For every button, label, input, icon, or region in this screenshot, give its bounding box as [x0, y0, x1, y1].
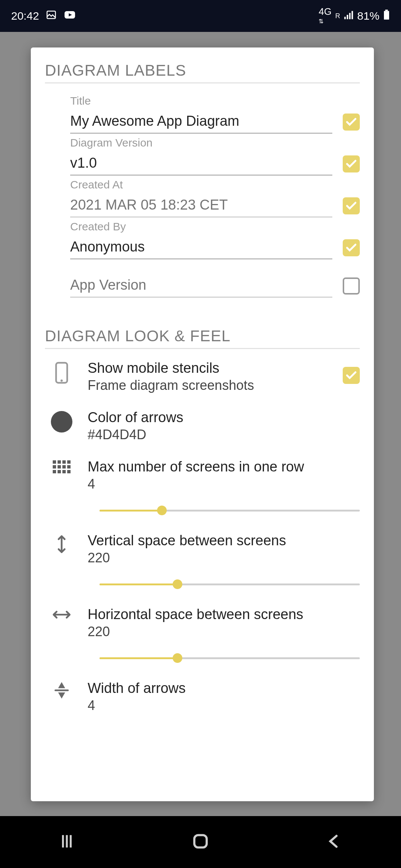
recents-button[interactable]	[58, 832, 76, 852]
grid-icon	[53, 460, 71, 473]
stencils-row[interactable]: Show mobile stencils Frame diagram scree…	[45, 360, 360, 393]
svg-rect-7	[384, 11, 389, 19]
stencils-title: Show mobile stencils	[88, 360, 328, 376]
createdby-checkbox[interactable]	[343, 239, 360, 256]
youtube-icon	[63, 9, 76, 24]
maxscreens-title: Max number of screens in one row	[88, 459, 360, 475]
signal-icon	[344, 10, 353, 22]
stencils-checkbox[interactable]	[343, 367, 360, 384]
arrow-width-icon	[53, 682, 70, 700]
title-input[interactable]	[70, 109, 332, 134]
svg-point-9	[61, 379, 63, 382]
appversion-checkbox[interactable]	[343, 277, 360, 295]
version-label: Diagram Version	[70, 137, 332, 149]
status-bar: 20:42 4G⇅ R 81%	[0, 0, 401, 32]
arrowwidth-title: Width of arrows	[88, 680, 360, 696]
createdby-label: Created By	[70, 220, 332, 233]
createdby-input[interactable]	[70, 235, 332, 259]
back-button[interactable]	[325, 832, 343, 852]
vertical-arrows-icon	[55, 534, 68, 556]
battery-icon	[383, 10, 390, 23]
title-label: Title	[70, 95, 332, 107]
hspace-slider[interactable]	[100, 651, 360, 665]
section-diagram-labels: DIAGRAM LABELS	[45, 62, 360, 83]
createdat-label: Created At	[70, 178, 332, 191]
createdat-checkbox[interactable]	[343, 197, 360, 214]
svg-rect-3	[347, 15, 348, 19]
battery-percent: 81%	[357, 10, 379, 22]
horizontal-arrows-icon	[52, 608, 72, 623]
hspace-row: Horizontal space between screens 220	[45, 606, 360, 665]
hspace-value: 220	[88, 624, 360, 640]
stencils-sub: Frame diagram screenshots	[88, 378, 328, 393]
version-input[interactable]	[70, 151, 332, 175]
vspace-slider[interactable]	[100, 577, 360, 592]
vspace-row: Vertical space between screens 220	[45, 533, 360, 592]
arrowcolor-value: #4D4D4D	[88, 427, 360, 443]
maxscreens-slider[interactable]	[100, 503, 360, 518]
createdat-input[interactable]	[70, 193, 332, 217]
image-icon	[46, 9, 57, 23]
maxscreens-row: Max number of screens in one row 4	[45, 459, 360, 518]
arrowcolor-title: Color of arrows	[88, 410, 360, 425]
android-nav-bar	[0, 816, 401, 868]
section-look-feel: DIAGRAM LOOK & FEEL	[45, 327, 360, 349]
vspace-title: Vertical space between screens	[88, 533, 360, 549]
svg-rect-2	[344, 17, 346, 19]
appversion-input[interactable]	[70, 273, 332, 297]
maxscreens-value: 4	[88, 476, 360, 492]
svg-rect-6	[385, 10, 388, 11]
title-checkbox[interactable]	[343, 114, 360, 131]
arrowwidth-value: 4	[88, 698, 360, 713]
svg-rect-10	[194, 835, 206, 847]
color-swatch-icon	[51, 411, 72, 433]
svg-rect-5	[352, 11, 353, 19]
vspace-value: 220	[88, 550, 360, 566]
arrowwidth-row: Width of arrows 4	[45, 680, 360, 713]
phone-icon	[53, 362, 70, 385]
hspace-title: Horizontal space between screens	[88, 606, 360, 622]
status-time: 20:42	[11, 10, 39, 22]
settings-dialog: DIAGRAM LABELS Title Diagram Version Cre…	[31, 47, 374, 801]
home-button[interactable]	[191, 832, 210, 852]
svg-rect-4	[349, 13, 351, 19]
arrowcolor-row[interactable]: Color of arrows #4D4D4D	[45, 410, 360, 443]
version-checkbox[interactable]	[343, 155, 360, 172]
